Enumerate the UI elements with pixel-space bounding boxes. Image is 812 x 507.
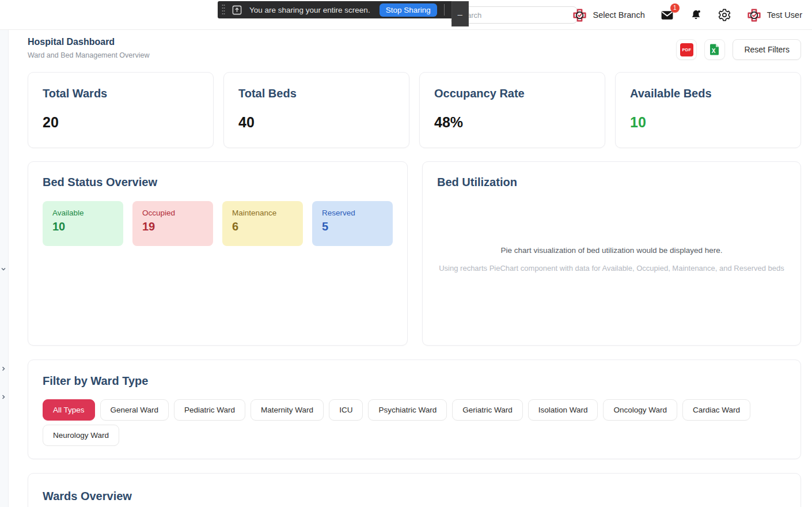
bed-status-chip-label: Reserved xyxy=(322,209,383,217)
stat-card-value: 40 xyxy=(238,114,394,131)
ward-filter-chip-maternity-ward[interactable]: Maternity Ward xyxy=(251,399,324,421)
bed-status-title: Bed Status Overview xyxy=(43,176,393,189)
gear-icon xyxy=(718,8,731,22)
screen-share-icon xyxy=(232,5,242,16)
user-avatar-cross-icon xyxy=(746,7,762,23)
bed-status-chip: Maintenance6 xyxy=(222,201,303,246)
hospital-cross-icon xyxy=(572,7,587,23)
ward-filter-chip-geriatric-ward[interactable]: Geriatric Ward xyxy=(452,399,523,421)
chevron-right-icon[interactable] xyxy=(1,394,6,400)
page-title: Hospital Dashboard xyxy=(28,37,149,47)
bed-status-chip: Reserved5 xyxy=(312,201,393,246)
ward-filter-chip-all-types[interactable]: All Types xyxy=(43,399,95,421)
pdf-icon: PDF xyxy=(680,43,693,56)
bed-status-chip-label: Maintenance xyxy=(232,209,293,217)
stat-card-label: Total Beds xyxy=(238,87,394,100)
bed-status-chip: Occupied19 xyxy=(132,201,213,246)
stat-card-value: 48% xyxy=(434,114,590,131)
user-menu[interactable]: Test User xyxy=(746,7,802,23)
chevron-right-icon[interactable] xyxy=(1,366,6,372)
bed-status-chip-value: 6 xyxy=(232,220,293,233)
notifications-button[interactable] xyxy=(689,9,703,22)
ward-filter-chip-neurology-ward[interactable]: Neurology Ward xyxy=(43,425,119,446)
pie-chart-placeholder-note: Using recharts PieChart component with d… xyxy=(439,262,784,274)
stat-card-value: 20 xyxy=(43,114,199,131)
ward-filter-chip-general-ward[interactable]: General Ward xyxy=(100,399,169,421)
screen-share-banner: You are sharing your entire screen. Stop… xyxy=(218,1,469,18)
stat-card: Available Beds10 xyxy=(615,72,801,148)
ward-filter-chip-cardiac-ward[interactable]: Cardiac Ward xyxy=(682,399,750,421)
pie-chart-placeholder-text: Pie chart visualization of bed utilizati… xyxy=(501,246,723,255)
bed-utilization-card: Bed Utilization Pie chart visualization … xyxy=(422,161,801,346)
minimize-share-bar-button[interactable]: – xyxy=(451,1,469,27)
settings-button[interactable] xyxy=(718,8,731,22)
ward-filter-chip-oncology-ward[interactable]: Oncology Ward xyxy=(603,399,677,421)
messages-badge: 1 xyxy=(670,3,680,13)
ward-filter-chip-isolation-ward[interactable]: Isolation Ward xyxy=(528,399,598,421)
bed-status-chips: Available10Occupied19Maintenance6Reserve… xyxy=(43,201,393,246)
page-subtitle: Ward and Bed Management Overview xyxy=(28,51,149,59)
top-navigation-bar: You are sharing your entire screen. Stop… xyxy=(0,0,812,30)
svg-text:X: X xyxy=(712,48,716,54)
stat-card-value: 10 xyxy=(630,114,786,131)
stat-card: Occupancy Rate48% xyxy=(419,72,605,148)
export-pdf-button[interactable]: PDF xyxy=(676,39,697,60)
stat-card: Total Beds40 xyxy=(223,72,409,148)
export-excel-button[interactable]: X xyxy=(704,39,725,60)
drag-handle-icon[interactable] xyxy=(221,3,226,16)
stat-cards-row: Total Wards20Total Beds40Occupancy Rate4… xyxy=(28,72,801,148)
stat-card-label: Occupancy Rate xyxy=(434,87,590,100)
stat-card-label: Available Beds xyxy=(630,87,786,100)
ward-filter-chip-icu[interactable]: ICU xyxy=(329,399,363,421)
bed-status-chip-label: Occupied xyxy=(142,209,203,217)
wards-overview-card: Wards Overview xyxy=(28,473,801,507)
select-branch-label: Select Branch xyxy=(593,10,644,20)
share-bar-divider xyxy=(444,4,445,16)
bell-icon xyxy=(689,9,703,22)
bed-status-overview-card: Bed Status Overview Available10Occupied1… xyxy=(28,161,408,346)
main-content: Hospital Dashboard Ward and Bed Manageme… xyxy=(9,30,812,507)
bed-status-chip-label: Available xyxy=(52,209,113,217)
select-branch-button[interactable]: Select Branch xyxy=(572,7,644,23)
chevron-down-icon[interactable] xyxy=(1,266,6,272)
ward-filter-chip-pediatric-ward[interactable]: Pediatric Ward xyxy=(174,399,245,421)
stat-card-label: Total Wards xyxy=(43,87,199,100)
bed-status-chip: Available10 xyxy=(43,201,123,246)
share-message: You are sharing your entire screen. xyxy=(249,6,370,14)
search-input[interactable] xyxy=(450,6,578,24)
bed-status-chip-value: 5 xyxy=(322,220,383,233)
bed-utilization-title: Bed Utilization xyxy=(437,176,786,189)
bed-status-chip-value: 10 xyxy=(52,220,113,233)
ward-type-filter-card: Filter by Ward Type All TypesGeneral War… xyxy=(28,360,801,459)
excel-icon: X xyxy=(708,43,721,56)
reset-filters-button[interactable]: Reset Filters xyxy=(733,39,801,60)
stop-sharing-button[interactable]: Stop Sharing xyxy=(380,3,437,17)
wards-overview-title: Wards Overview xyxy=(43,490,786,503)
stat-card: Total Wards20 xyxy=(28,72,214,148)
user-name-label: Test User xyxy=(767,10,802,20)
ward-filter-chips: All TypesGeneral WardPediatric WardMater… xyxy=(43,399,786,446)
bed-status-chip-value: 19 xyxy=(142,220,203,233)
ward-filter-title: Filter by Ward Type xyxy=(43,374,786,388)
messages-button[interactable]: 1 xyxy=(660,8,674,22)
ward-filter-chip-psychiatric-ward[interactable]: Psychiatric Ward xyxy=(368,399,447,421)
collapsed-sidebar[interactable] xyxy=(0,30,9,507)
